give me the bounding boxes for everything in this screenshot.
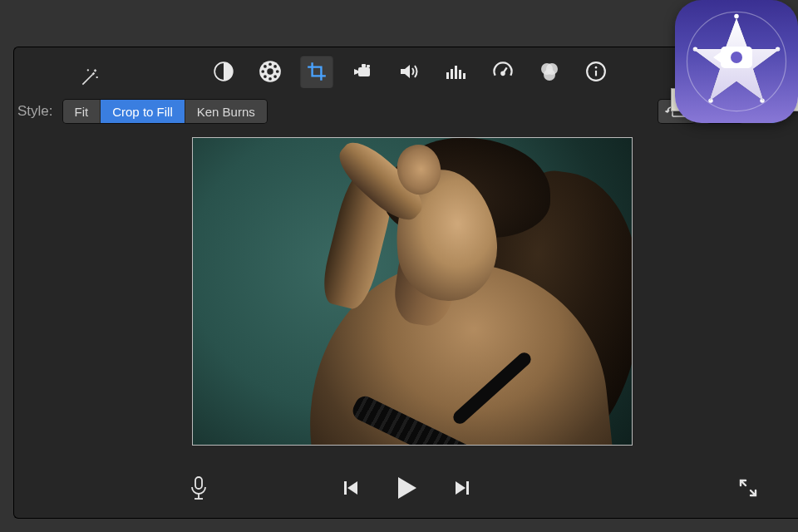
camera-icon [721,47,752,68]
svg-point-24 [544,69,555,81]
svg-point-9 [273,65,277,68]
color-balance-button[interactable] [207,55,240,88]
svg-point-27 [595,66,598,69]
svg-rect-17 [455,66,457,79]
style-option-crop-to-fill[interactable]: Crop to Fill [101,100,185,123]
speed-button[interactable] [486,55,520,88]
preview-viewport[interactable] [192,137,633,446]
clip-filter-button[interactable] [533,55,566,88]
style-segmented-control: Fit Crop to Fill Ken Burns [63,100,267,123]
voiceover-mic-button[interactable] [189,475,209,500]
svg-point-7 [276,70,279,73]
svg-rect-19 [463,73,466,79]
editor-panel: Style: Fit Crop to Fill Ken Burns [13,47,798,519]
next-button[interactable] [453,479,471,497]
svg-rect-15 [446,72,449,79]
svg-point-11 [273,75,277,78]
svg-rect-34 [466,481,469,495]
fullscreen-button[interactable] [738,478,758,498]
playback-bar [14,468,798,508]
star-icon [685,10,788,113]
previous-button[interactable] [342,479,360,497]
svg-point-6 [261,70,264,73]
svg-rect-18 [459,70,461,79]
svg-rect-16 [451,69,453,79]
style-label: Style: [17,103,53,120]
svg-point-21 [501,72,504,75]
color-correction-button[interactable] [254,55,287,88]
stabilization-button[interactable] [347,55,380,88]
play-button[interactable] [395,475,418,500]
preview-image [193,138,632,445]
svg-rect-14 [367,65,370,67]
svg-rect-13 [362,64,366,67]
imovie-app-icon [675,0,798,123]
info-button[interactable] [579,55,613,88]
svg-point-3 [267,68,273,74]
equalizer-button[interactable] [440,55,473,88]
svg-rect-30 [195,477,202,489]
tool-icons-group [207,55,613,88]
svg-point-8 [264,65,267,68]
svg-point-5 [268,77,272,81]
style-option-fit[interactable]: Fit [63,100,101,123]
svg-rect-33 [344,481,347,495]
volume-button[interactable] [393,55,426,88]
svg-point-10 [264,75,267,78]
crop-button[interactable] [300,55,333,88]
svg-rect-12 [358,67,370,76]
style-option-ken-burns[interactable]: Ken Burns [185,100,267,123]
svg-point-4 [268,62,272,66]
magic-wand-icon[interactable] [79,66,101,91]
